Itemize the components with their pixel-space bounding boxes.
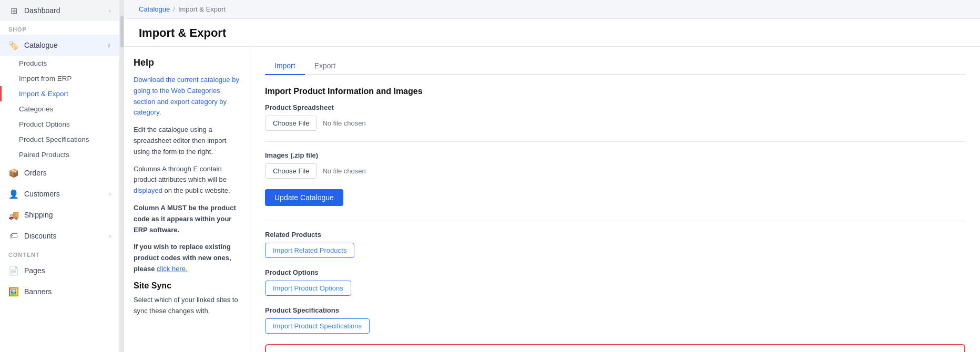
page-title: Import & Export <box>124 19 980 47</box>
sidebar-sub-product-specifications[interactable]: Product Specifications <box>0 132 119 147</box>
product-spreadsheet-group: Product Spreadsheet Choose File No file … <box>265 103 965 131</box>
chevron-down-icon: ∨ <box>107 42 111 49</box>
shipping-icon: 🚚 <box>8 210 19 220</box>
images-zip-row: Choose File No file chosen <box>265 163 965 179</box>
import-product-options-button[interactable]: Import Product Options <box>265 281 351 296</box>
sidebar-item-dashboard-label: Dashboard <box>24 6 60 15</box>
content-area: Help Download the current catalogue by g… <box>124 47 980 352</box>
sidebar-sub-import-export[interactable]: Import & Export <box>0 86 119 101</box>
sidebar-item-pages[interactable]: 📄 Pages <box>0 260 119 281</box>
breadcrumb: Catalogue / Import & Export <box>124 0 980 19</box>
import-section-title: Import Product Information and Images <box>265 87 965 96</box>
update-catalogue-button[interactable]: Update Catalogue <box>265 189 343 206</box>
product-options-label: Product Options <box>265 268 965 276</box>
customers-icon: 👤 <box>8 189 19 199</box>
main-content: Catalogue / Import & Export Import & Exp… <box>124 0 980 352</box>
import-panel: Import Export Import Product Information… <box>250 47 980 352</box>
sidebar-item-customers[interactable]: 👤 Customers › <box>0 183 119 204</box>
product-specifications-section: Product Specifications Import Product Sp… <box>265 306 965 334</box>
catalogue-icon: 🏷️ <box>8 40 19 50</box>
site-sync-title: Site Sync <box>134 281 240 291</box>
help-para4: Column A MUST be the product code as it … <box>134 203 240 235</box>
sidebar-item-discounts-label: Discounts <box>24 232 56 240</box>
sidebar-item-orders-label: Orders <box>24 169 47 177</box>
sidebar-sub-products[interactable]: Products <box>0 56 119 71</box>
breadcrumb-parent[interactable]: Catalogue <box>139 5 170 13</box>
sidebar-sub-product-options[interactable]: Product Options <box>0 117 119 132</box>
import-related-products-button[interactable]: Import Related Products <box>265 243 354 258</box>
banners-icon: 🖼️ <box>8 286 19 297</box>
sidebar: ⊞ Dashboard › SHOP 🏷️ Catalogue ∨ Produc… <box>0 0 120 352</box>
choose-file-spreadsheet-button[interactable]: Choose File <box>265 116 317 131</box>
sidebar-item-catalogue-label: Catalogue <box>24 41 58 49</box>
sidebar-item-shipping-label: Shipping <box>24 211 53 219</box>
related-products-section: Related Products Import Related Products <box>265 231 965 258</box>
no-file-images: No file chosen <box>322 167 365 175</box>
divider-1 <box>265 141 965 142</box>
choose-file-images-button[interactable]: Choose File <box>265 163 317 179</box>
related-products-label: Related Products <box>265 231 965 239</box>
sidebar-item-shipping[interactable]: 🚚 Shipping <box>0 204 119 225</box>
sidebar-item-discounts[interactable]: 🏷 Discounts › <box>0 225 119 246</box>
sidebar-sub-import-erp[interactable]: Import from ERP <box>0 71 119 86</box>
product-spreadsheet-label: Product Spreadsheet <box>265 103 965 111</box>
site-sync-para: Select which of your linked sites to syn… <box>134 295 240 317</box>
tab-export[interactable]: Export <box>305 57 345 75</box>
click-here-link[interactable]: click here. <box>157 265 188 273</box>
product-specifications-label: Product Specifications <box>265 306 965 314</box>
help-para5: If you wish to replace existing product … <box>134 242 240 274</box>
help-para2: Edit the catalogue using a spreadsheet e… <box>134 125 240 157</box>
shop-section-label: SHOP <box>0 21 119 35</box>
sidebar-item-customers-label: Customers <box>24 190 60 198</box>
help-para3: Columns A through E contain product attr… <box>134 164 240 196</box>
sidebar-sub-categories[interactable]: Categories <box>0 101 119 117</box>
chevron-right-icon-customers: › <box>109 191 111 197</box>
chevron-right-icon-discounts: › <box>109 233 111 239</box>
chevron-right-icon: › <box>109 7 111 14</box>
sidebar-item-catalogue[interactable]: 🏷️ Catalogue ∨ <box>0 35 119 56</box>
discounts-icon: 🏷 <box>8 231 19 241</box>
shared-documents-section: Shared Documents Import Product Document… <box>265 344 965 352</box>
pages-icon: 📄 <box>8 265 19 276</box>
breadcrumb-current: Import & Export <box>178 5 226 13</box>
help-title: Help <box>134 57 240 68</box>
import-product-specifications-button[interactable]: Import Product Specifications <box>265 318 370 334</box>
content-section-label: CONTENT <box>0 246 119 260</box>
sidebar-item-banners-label: Banners <box>24 287 52 296</box>
product-spreadsheet-row: Choose File No file chosen <box>265 116 965 131</box>
no-file-spreadsheet: No file chosen <box>322 119 365 127</box>
tabs: Import Export <box>265 57 965 75</box>
images-zip-label: Images (.zip file) <box>265 151 965 159</box>
sidebar-item-banners[interactable]: 🖼️ Banners <box>0 281 119 302</box>
tab-import[interactable]: Import <box>265 57 305 75</box>
sidebar-sub-paired-products[interactable]: Paired Products <box>0 147 119 162</box>
help-panel: Help Download the current catalogue by g… <box>124 47 250 352</box>
dashboard-icon: ⊞ <box>8 5 19 16</box>
sidebar-item-dashboard[interactable]: ⊞ Dashboard › <box>0 0 119 21</box>
orders-icon: 📦 <box>8 168 19 178</box>
divider-2 <box>265 221 965 221</box>
sidebar-item-orders[interactable]: 📦 Orders <box>0 162 119 183</box>
images-zip-group: Images (.zip file) Choose File No file c… <box>265 151 965 179</box>
breadcrumb-separator: / <box>173 5 175 13</box>
sidebar-item-pages-label: Pages <box>24 266 45 275</box>
help-para1: Download the current catalogue by going … <box>134 75 240 118</box>
product-options-section: Product Options Import Product Options <box>265 268 965 296</box>
